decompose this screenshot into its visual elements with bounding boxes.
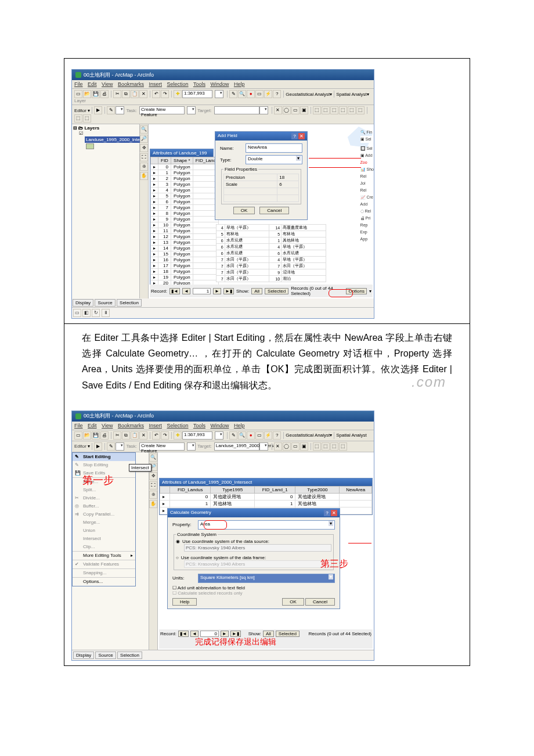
tool2-icon[interactable]: ◯	[283, 442, 291, 451]
full-extent-icon[interactable]: ⛶	[140, 153, 148, 161]
view-data-icon[interactable]: ◧	[82, 309, 91, 317]
find-icon[interactable]: 🔍	[238, 90, 246, 98]
task-combo[interactable]: Create New Feature	[139, 442, 185, 451]
tool3-icon[interactable]: ▭	[291, 106, 300, 114]
paste-icon[interactable]: 📋	[131, 90, 139, 98]
menu-edit[interactable]: Edit	[88, 423, 97, 429]
refresh-icon[interactable]: ↻	[92, 309, 100, 317]
menu-bookmarks[interactable]: Bookmarks	[118, 81, 144, 87]
fixed-zoom-in-icon[interactable]: ⊕	[149, 491, 157, 499]
edit-tool-icon[interactable]: ▶	[94, 106, 102, 114]
tool9-icon[interactable]: ⬚	[348, 106, 356, 114]
hyperlink-icon[interactable]: ⚡	[264, 431, 272, 440]
precision-value[interactable]: 18	[277, 174, 299, 181]
view-layout-icon[interactable]: ▭	[73, 309, 81, 317]
menu-help[interactable]: Help	[234, 423, 245, 429]
hand-icon[interactable]: ✋	[140, 172, 148, 180]
add-data-icon[interactable]: ✚	[174, 90, 182, 98]
menu-edit[interactable]: Edit	[88, 81, 97, 87]
tool6-icon[interactable]: ⬚	[322, 442, 330, 451]
clip-item[interactable]: Clip...	[73, 543, 135, 551]
more-editing-tools-item[interactable]: More Editing Tools ▸	[73, 552, 135, 560]
checkbox-icon[interactable]: ☐	[172, 585, 176, 591]
task-dropdown[interactable]	[187, 442, 196, 451]
menu-window[interactable]: Window	[210, 81, 229, 87]
ok-button[interactable]: OK	[282, 598, 304, 606]
help-icon[interactable]: ?	[273, 90, 281, 98]
print-icon[interactable]: 🖨	[100, 431, 109, 440]
validate-features-item[interactable]: ✔Validate Features	[73, 560, 135, 568]
menu-view[interactable]: View	[102, 423, 113, 429]
next-record-button[interactable]: ►	[221, 631, 229, 637]
zoom-in-icon[interactable]: 🔍	[140, 125, 148, 134]
show-selected-button[interactable]: Selected	[276, 631, 300, 637]
pause-icon[interactable]: ⏸	[102, 309, 110, 317]
save-icon[interactable]: 💾	[92, 431, 100, 440]
hand-icon[interactable]: ✋	[149, 500, 157, 508]
cut-icon[interactable]: ✂	[113, 90, 121, 98]
show-all-button[interactable]: All	[263, 631, 274, 637]
help-button-icon[interactable]: ?	[291, 133, 298, 139]
tool8-icon[interactable]: ⬚	[339, 442, 347, 451]
zoom-out-icon[interactable]: 🔎	[140, 135, 148, 143]
menu-file[interactable]: File	[74, 81, 83, 87]
scale-input[interactable]: 1:367,993	[182, 90, 212, 98]
tool5-icon[interactable]: ⬚	[313, 106, 321, 114]
tool10-icon[interactable]: ⬚	[356, 106, 365, 114]
show-all-button[interactable]: All	[251, 288, 262, 294]
open-icon[interactable]: 📂	[83, 431, 91, 440]
tab-display[interactable]: Display	[73, 651, 94, 659]
prev-record-button[interactable]: ◄	[182, 288, 190, 294]
delete-icon[interactable]: ✕	[139, 431, 147, 440]
save-icon[interactable]: 💾	[92, 90, 100, 98]
select-icon[interactable]: ●	[247, 431, 255, 440]
radio-selected-icon[interactable]: ◉	[176, 539, 180, 544]
copy-icon[interactable]: ⧉	[122, 90, 130, 98]
geostat-analyst-menu[interactable]: Geostatistical Analyst	[286, 433, 330, 438]
pan-icon[interactable]: ✥	[149, 472, 157, 480]
menu-insert[interactable]: Insert	[149, 423, 162, 429]
copy-parallel-item[interactable]: ⇉Copy Parallel...	[73, 510, 135, 519]
scale-dropdown[interactable]	[215, 90, 223, 98]
scale-dropdown[interactable]	[215, 431, 223, 440]
geostat-analyst-menu[interactable]: Geostatistical Analyst	[286, 92, 330, 97]
menu-selection[interactable]: Selection	[167, 81, 189, 87]
last-record-button[interactable]: ►▮	[223, 288, 234, 294]
last-record-button[interactable]: ►▮	[230, 631, 241, 637]
tool12-icon[interactable]: ⬚	[83, 114, 91, 123]
tool4-icon[interactable]: ▣	[300, 106, 308, 114]
show-selected-button[interactable]: Selected	[265, 288, 288, 294]
split-item[interactable]: Split...	[73, 486, 135, 494]
next-record-button[interactable]: ►	[213, 288, 221, 294]
union-item[interactable]: Union	[73, 527, 135, 535]
tool8-icon[interactable]: ⬚	[339, 106, 347, 114]
scale-value[interactable]: 6	[277, 181, 299, 188]
menu-file[interactable]: File	[74, 423, 83, 429]
find-icon[interactable]: 🔍	[238, 431, 246, 440]
units-dropdown[interactable]: Square Kilometers [sq km]	[198, 574, 335, 583]
cancel-button[interactable]: Cancel	[259, 207, 289, 214]
tool6-icon[interactable]: ⬚	[322, 106, 330, 114]
use-data-source-cs[interactable]: Use coordinate system of the data source…	[182, 539, 269, 544]
editor-tool-icon[interactable]: ✎	[229, 90, 237, 98]
measure-icon[interactable]: ▭	[255, 90, 264, 98]
pan-icon[interactable]: ✥	[140, 144, 148, 152]
stop-editing-item[interactable]: ✎ Stop Editing	[73, 461, 135, 469]
use-data-frame-cs[interactable]: Use coordinate system of the data frame:	[181, 555, 266, 560]
measure-icon[interactable]: ▭	[255, 431, 264, 440]
hyperlink-icon[interactable]: ⚡	[264, 90, 272, 98]
redo-icon[interactable]: ↷	[161, 431, 169, 440]
menu-view[interactable]: View	[102, 81, 113, 87]
add-data-icon[interactable]: ✚	[174, 431, 182, 440]
ok-button[interactable]: OK	[233, 207, 255, 214]
help-icon[interactable]: ?	[273, 431, 281, 440]
tool5-icon[interactable]: ⬚	[313, 442, 321, 451]
new-icon[interactable]: ▭	[74, 431, 82, 440]
name-field[interactable]: NewArea	[246, 143, 302, 153]
editor-menu[interactable]: Editor	[74, 108, 86, 113]
edit-tool-icon[interactable]: ▶	[94, 442, 102, 451]
editor-tool-icon[interactable]: ✎	[229, 431, 237, 440]
close-icon[interactable]: ✕	[331, 510, 337, 516]
tool3-icon[interactable]: ▭	[291, 442, 300, 451]
toc-root[interactable]: Layers	[84, 125, 99, 131]
